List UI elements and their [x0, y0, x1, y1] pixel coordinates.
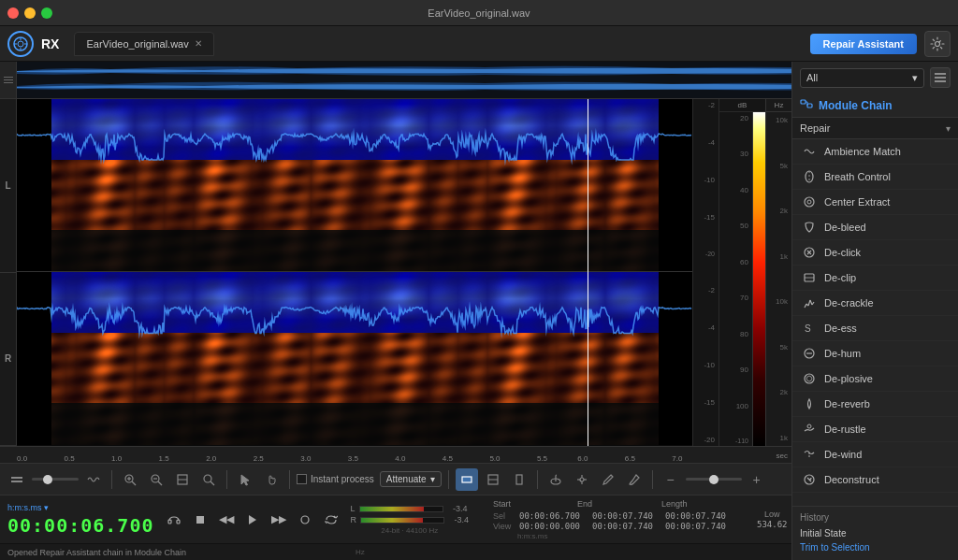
record-btn[interactable]: [295, 510, 315, 530]
sel-start-value: 00:00:06.700: [519, 511, 587, 521]
repair-assistant-button[interactable]: Repair Assistant: [810, 34, 917, 54]
repair-category-dropdown[interactable]: Repair ▾: [792, 118, 958, 139]
module-item-deconstruct[interactable]: Deconstruct: [792, 467, 958, 493]
zoom-out-h-btn[interactable]: [145, 468, 167, 491]
time-select-btn[interactable]: [482, 468, 504, 491]
zoom-slider-left[interactable]: [32, 478, 79, 481]
module-name-4: De-click: [824, 247, 861, 258]
spectrogram-area[interactable]: L R -2 -4 -10 -15 -20: [0, 99, 791, 446]
module-item-de-hum[interactable]: De-hum: [792, 341, 958, 366]
tab-close-icon[interactable]: ✕: [195, 38, 202, 49]
hamburger-menu-btn[interactable]: [930, 67, 951, 88]
module-item-center-extract[interactable]: Center Extract: [792, 190, 958, 215]
select-tool-btn[interactable]: [234, 468, 256, 491]
tick-45: 4.5: [443, 454, 453, 463]
minimize-button[interactable]: [24, 7, 36, 19]
top-bar: RX EarVideo_original.wav ✕ Repair Assist…: [0, 26, 958, 62]
rewind-btn[interactable]: ◀◀: [216, 510, 237, 530]
hand-tool-btn[interactable]: [260, 468, 283, 491]
instant-process-label[interactable]: Instant process: [297, 474, 374, 484]
zoom-select-btn[interactable]: [197, 468, 220, 491]
scale-60: 60: [721, 258, 750, 266]
pencil-tool-btn[interactable]: [597, 468, 619, 491]
low-value: 534.62: [757, 520, 788, 529]
svg-point-58: [807, 424, 811, 428]
spectrogram-canvas-area[interactable]: [17, 99, 692, 446]
db-minus10-bot: -10: [695, 361, 717, 369]
tab-label: EarVideo_original.wav: [86, 38, 188, 50]
settings-icon-button[interactable]: [924, 31, 951, 57]
module-icon-13: [802, 472, 817, 487]
module-item-de-clip[interactable]: De-clip: [792, 266, 958, 291]
maximize-button[interactable]: [41, 7, 52, 19]
module-item-de-bleed[interactable]: De-bleed: [792, 215, 958, 240]
svg-line-49: [805, 304, 806, 308]
brush-tool-btn[interactable]: [623, 468, 646, 491]
instant-process-checkbox[interactable]: [297, 474, 307, 484]
zoom-slider-right[interactable]: [686, 478, 742, 481]
db-minus15: -15: [695, 213, 717, 222]
module-icon-5: [802, 270, 817, 285]
level-bar-r-bg: [360, 517, 444, 524]
hms-label: h:m:s.ms: [493, 532, 733, 540]
history-initial-state[interactable]: Initial State: [800, 526, 951, 540]
overview-waveform[interactable]: [17, 62, 791, 98]
module-name-1: Breath Control: [824, 171, 891, 182]
close-button[interactable]: [7, 7, 19, 19]
separator-1: [111, 470, 112, 489]
right-number-scale: 20 30 40 50 60 70 80 90 100 -110: [719, 112, 752, 446]
module-item-de-ess[interactable]: S De-ess: [792, 316, 958, 341]
loop-btn[interactable]: [321, 510, 341, 530]
svg-point-1: [18, 41, 23, 47]
module-item-de-crackle[interactable]: De-crackle: [792, 291, 958, 316]
scale-80: 80: [721, 330, 750, 338]
zoom-minus-btn[interactable]: −: [660, 468, 682, 491]
module-item-ambience-match[interactable]: Ambience Match: [792, 139, 958, 165]
tick-2: 2.0: [206, 454, 216, 463]
level-r-label: R: [351, 515, 357, 524]
fast-forward-btn[interactable]: ▶▶: [269, 510, 289, 530]
magic-wand-btn[interactable]: [571, 468, 593, 491]
rect-select-btn[interactable]: [456, 468, 478, 491]
svg-text:S: S: [805, 323, 811, 334]
view-start-value: 00:00:00.000: [519, 522, 587, 531]
headphones-btn[interactable]: [164, 510, 184, 530]
freq-select-btn[interactable]: [508, 468, 530, 491]
spectrogram-canvas: [17, 99, 692, 446]
level-bar-l-bg: [359, 506, 443, 512]
zoom-fit-btn[interactable]: [171, 468, 194, 491]
module-name-7: De-ess: [824, 323, 857, 334]
tick-15: 1.5: [159, 454, 169, 463]
freq-5k-bot: 5k: [768, 343, 790, 352]
lasso-tool-btn[interactable]: [544, 468, 567, 491]
module-item-breath-control[interactable]: Breath Control: [792, 165, 958, 190]
time-format-dropdown-icon: ▾: [44, 503, 49, 512]
filter-dropdown[interactable]: All ▾: [800, 68, 924, 88]
scale-100: 100: [721, 402, 750, 410]
end-header: End: [577, 499, 633, 509]
transport-controls: ◀◀ ▶▶: [164, 510, 341, 530]
module-item-de-click[interactable]: De-click: [792, 240, 958, 266]
module-icon-11: [802, 422, 817, 437]
right-axis-area: dB 20 30 40 50 60 70 80 90 100: [718, 99, 765, 446]
file-tab[interactable]: EarVideo_original.wav ✕: [74, 32, 213, 56]
zoom-plus-btn[interactable]: +: [746, 468, 768, 491]
module-item-de-wind[interactable]: De-wind: [792, 442, 958, 467]
separator-5: [537, 470, 538, 489]
module-item-de-rustle[interactable]: De-rustle: [792, 417, 958, 442]
zoom-slider-group[interactable]: [32, 478, 79, 481]
attenuate-dropdown[interactable]: Attenuate ▾: [380, 471, 442, 487]
wave-icon-btn[interactable]: [82, 468, 105, 491]
stop-btn[interactable]: [190, 510, 210, 530]
logo-area: RX: [7, 31, 59, 57]
play-btn[interactable]: [242, 510, 263, 530]
overview-collapse-button[interactable]: [0, 62, 17, 98]
freq-1k-top: 1k: [768, 252, 790, 261]
history-trim-selection[interactable]: Trim to Selection: [800, 540, 951, 554]
module-item-de-plosive[interactable]: De-plosive: [792, 366, 958, 392]
zoom-in-h-btn[interactable]: [119, 468, 141, 491]
time-format-label[interactable]: h:m:s.ms ▾: [7, 503, 154, 512]
module-icon-7: S: [802, 321, 817, 336]
waveform-zoom-icon[interactable]: [6, 468, 28, 491]
module-item-de-reverb[interactable]: De-reverb: [792, 392, 958, 417]
